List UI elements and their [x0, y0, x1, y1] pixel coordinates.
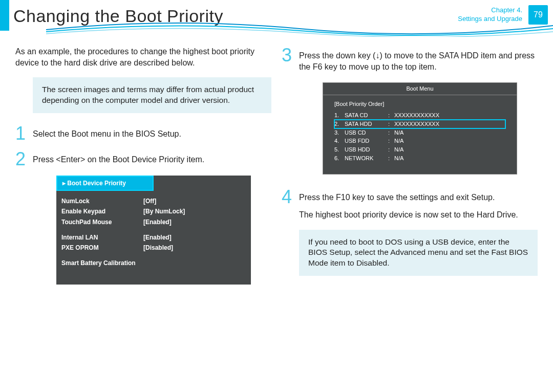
bios1-row: TouchPad Mouse[Enabled] — [56, 217, 251, 227]
intro-text: As an example, the procedures to change … — [15, 46, 271, 68]
left-column: As an example, the procedures to change … — [15, 46, 271, 285]
step-text: Press the F10 key to save the settings a… — [299, 188, 495, 203]
result-text: The highest boot priority device is now … — [299, 209, 538, 221]
bios-screenshot-1: ▸ Boot Device Priority NumLock[Off]Enabl… — [56, 176, 251, 285]
accent-bar — [0, 0, 9, 31]
step-3: 3 Press the down key (↓) to move to the … — [282, 46, 538, 72]
bios1-row: NumLock[Off] — [56, 196, 251, 206]
page-header: Changing the Boot Priority Chapter 4. Se… — [0, 0, 553, 36]
bios2-row: 5.USB HDD:N/A — [334, 145, 505, 154]
step-number: 3 — [282, 46, 299, 64]
page-number: 79 — [528, 5, 548, 25]
right-column: 3 Press the down key (↓) to move to the … — [282, 46, 538, 285]
note-box: The screen images and terms may differ f… — [33, 77, 271, 113]
step-text: Press <Enter> on the Boot Device Priorit… — [33, 150, 204, 165]
step-number: 1 — [15, 124, 33, 143]
bios2-row: 2.SATA HDD:XXXXXXXXXXXX — [334, 120, 505, 128]
bios1-smart: Smart Battery Calibration — [56, 253, 251, 269]
bios1-row: PXE OPROM[Disabled] — [56, 243, 251, 253]
chapter-label: Chapter 4. Settings and Upgrade — [458, 6, 522, 24]
bios1-row: Enable Keypad[By NumLock] — [56, 206, 251, 216]
bios2-row: 4.USB FDD:N/A — [334, 137, 505, 145]
bios1-header: ▸ Boot Device Priority — [56, 176, 154, 191]
step-1: 1 Select the Boot menu in the BIOS Setup… — [15, 124, 271, 143]
bios2-row: 6.NETWORK:N/A — [334, 154, 505, 163]
chapter-line2: Settings and Upgrade — [458, 15, 522, 24]
bios2-title: Boot Menu — [323, 83, 517, 95]
bios2-row: 3.USB CD:N/A — [334, 128, 505, 137]
content-area: As an example, the procedures to change … — [0, 36, 553, 285]
step-number: 4 — [282, 188, 299, 206]
note-box-2: If you need to boot to DOS using a USB d… — [299, 230, 538, 276]
bios-screenshot-2: Boot Menu [Boot Priority Order] 1.SATA C… — [323, 82, 517, 175]
chapter-line1: Chapter 4. — [458, 6, 522, 15]
step-2: 2 Press <Enter> on the Boot Device Prior… — [15, 150, 271, 168]
bios1-row: Internal LAN[Enabled] — [56, 232, 251, 243]
step-number: 2 — [15, 150, 33, 168]
step-4: 4 Press the F10 key to save the settings… — [282, 188, 538, 206]
step-text: Press the down key (↓) to move to the SA… — [299, 46, 538, 72]
bios2-subtitle: [Boot Priority Order] — [334, 100, 505, 108]
step-text: Select the Boot menu in the BIOS Setup. — [33, 124, 181, 140]
bios2-row: 1.SATA CD:XXXXXXXXXXXX — [334, 111, 505, 120]
